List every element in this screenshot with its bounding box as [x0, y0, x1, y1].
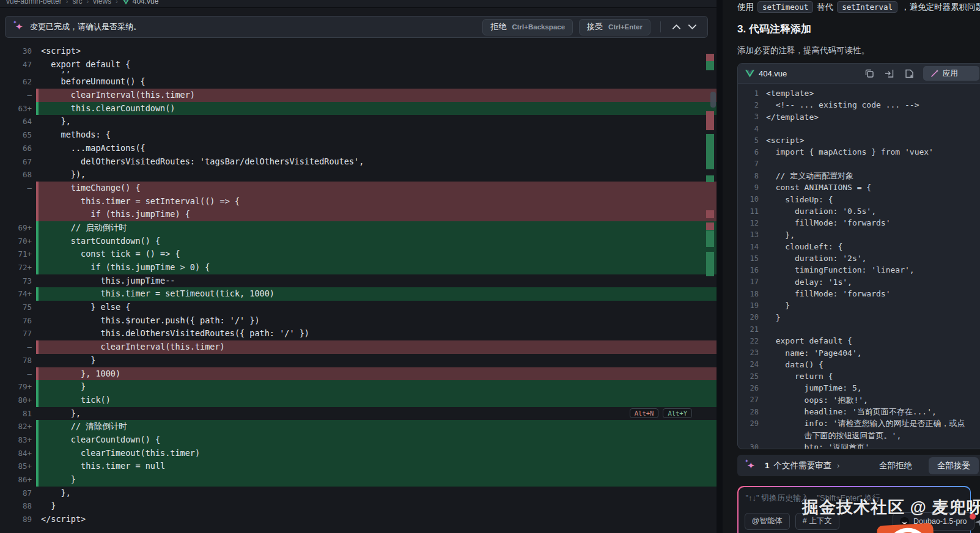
line-number: 63+	[0, 102, 36, 116]
insert-code-icon[interactable]	[884, 68, 894, 79]
diff-row: 74+ this.timer = setTimeout(tick, 1000)	[0, 287, 717, 301]
line-number: 26	[738, 384, 759, 392]
new-file-icon[interactable]	[904, 68, 915, 79]
code-text: cloudLeft: {	[766, 241, 842, 252]
shortcut-badges: Alt+NAlt+Y	[630, 408, 692, 418]
line-number: —	[0, 367, 36, 381]
line-number: 83+	[0, 433, 36, 447]
editor-pane: vue-admin-better› src› views› 404.vue ✦✦…	[0, 0, 717, 533]
line-number: 2	[738, 101, 759, 109]
diff-overview-mark	[706, 222, 714, 230]
send-icon[interactable]	[974, 518, 980, 529]
code-line: 22 export default {	[738, 335, 980, 347]
line-number: 17	[738, 278, 759, 286]
copy-icon[interactable]	[864, 68, 874, 79]
code-text: this.delOthersVisitedRoutes({ path: '/' …	[41, 327, 309, 340]
diff-row: — clearInterval(this.timer)	[0, 340, 717, 354]
code-suggestion-card: 404.vue 应用 1<template>2 <!-- ... existin…	[737, 63, 980, 449]
chevron-right-icon[interactable]: ›	[837, 461, 839, 470]
line-number: 74+	[0, 287, 36, 301]
line-number: 68	[0, 168, 36, 182]
shortcut-badge: Alt+N	[630, 408, 659, 418]
line-number: 29	[738, 419, 759, 428]
diff-overview-mark	[706, 54, 714, 61]
line-number: 1	[738, 89, 759, 98]
code-text: // 启动倒计时	[41, 221, 127, 235]
code-text: <template>	[766, 87, 814, 99]
line-number: 10	[738, 195, 759, 204]
line-number: 71+	[0, 248, 36, 261]
code-text: oops: '抱歉!',	[766, 394, 868, 406]
code-text: data() {	[766, 359, 823, 370]
code-text: }	[41, 473, 76, 487]
next-change-button[interactable]	[684, 20, 700, 34]
line-number	[0, 195, 36, 208]
reject-all-button[interactable]: 全部拒绝	[879, 460, 912, 471]
scrollbar-thumb[interactable]	[710, 92, 716, 108]
reject-shortcut: Ctrl+Backspace	[512, 23, 565, 31]
code-text: timingFunction: 'linear',	[766, 264, 915, 276]
line-number: 62	[0, 75, 36, 89]
code-text: }	[41, 380, 86, 394]
code-line: 11 duration: '0.5s',	[738, 205, 980, 217]
diff-code-area[interactable]: 30<script>47 export default { },62 befor…	[0, 45, 717, 526]
diff-overview-mark	[706, 61, 714, 70]
breadcrumb-separator: ›	[86, 0, 89, 5]
code-text: if (this.jumpTime) {	[41, 208, 190, 221]
diff-overview-mark	[706, 230, 714, 247]
diff-row: this.timer = setInterval(() => {	[0, 195, 717, 208]
code-text: fillMode: 'forwards'	[766, 217, 891, 229]
code-text: }	[41, 354, 95, 367]
code-text: delay: '1s',	[766, 276, 852, 288]
accept-all-button[interactable]: 全部接受	[929, 457, 979, 474]
code-text: slideUp: {	[766, 194, 833, 205]
inline-code-chip: setInterval	[837, 1, 897, 13]
suggested-code-block[interactable]: 1<template>2 <!-- ... existing code ... …	[738, 84, 980, 449]
line-number: —	[0, 340, 36, 354]
breadcrumb-item[interactable]: src	[72, 0, 82, 6]
files-review-message: 个文件需要审查	[774, 460, 832, 471]
line-number: 75	[0, 301, 36, 314]
breadcrumb-item[interactable]: views	[93, 0, 111, 6]
breadcrumb-item[interactable]: vue-admin-better	[6, 0, 62, 6]
diff-row: 85+ this.timer = null	[0, 460, 717, 473]
breadcrumb[interactable]: vue-admin-better› src› views› 404.vue	[0, 0, 717, 8]
code-text: tick()	[41, 394, 111, 407]
reject-button[interactable]: 拒绝 Ctrl+Backspace	[482, 19, 573, 35]
code-text: ...mapActions({	[41, 142, 146, 155]
diff-row: 73 this.jumpTime--	[0, 274, 717, 288]
line-number: 81	[0, 407, 36, 421]
agent-chip[interactable]: @智能体	[745, 513, 790, 530]
code-text: const ANIMATIONS = {	[766, 182, 871, 193]
accept-button[interactable]: 接受 Ctrl+Enter	[579, 19, 650, 35]
code-text: if (this.jumpTime > 0) {	[41, 261, 210, 274]
collapsed-region[interactable]: },	[0, 71, 717, 75]
overview-ruler[interactable]	[701, 0, 717, 533]
apply-button[interactable]: 应用	[923, 66, 979, 81]
code-text: <!-- ... existing code ... -->	[766, 99, 919, 111]
code-line: 9 const ANIMATIONS = {	[738, 182, 980, 193]
line-number: 18	[738, 290, 759, 298]
breadcrumb-file[interactable]: 404.vue	[122, 0, 159, 6]
diff-row: 77 this.delOthersVisitedRoutes({ path: '…	[0, 327, 717, 340]
diff-row: 76 this.$router.push({ path: '/' })	[0, 314, 717, 328]
inline-code-chip: setTimeout	[757, 1, 813, 13]
line-number: 8	[738, 172, 759, 180]
code-card-header: 404.vue 应用	[738, 64, 980, 84]
line-number: 4	[738, 125, 759, 133]
code-text: </script>	[41, 513, 86, 526]
line-number: 30	[738, 443, 759, 449]
pane-divider[interactable]	[717, 0, 723, 533]
previous-change-button[interactable]	[668, 20, 684, 34]
line-number: 22	[738, 337, 759, 345]
section-description: 添加必要的注释，提高代码可读性。	[737, 45, 869, 56]
diff-row: 63+ this.clearCountdown()	[0, 102, 717, 116]
line-number: 28	[738, 408, 759, 416]
diff-row: 84+ clearTimeout(this.timer)	[0, 447, 717, 460]
code-text: import { mapActions } from 'vuex'	[766, 146, 934, 158]
code-text: name: 'Page404',	[766, 347, 862, 359]
diff-row: 82+ // 清除倒计时	[0, 420, 717, 433]
diff-row: 62 beforeUnmount() {	[0, 75, 717, 89]
code-text: info: '请检查您输入的网址是否正确，或点	[766, 417, 965, 429]
accept-shortcut: Ctrl+Enter	[608, 23, 643, 31]
